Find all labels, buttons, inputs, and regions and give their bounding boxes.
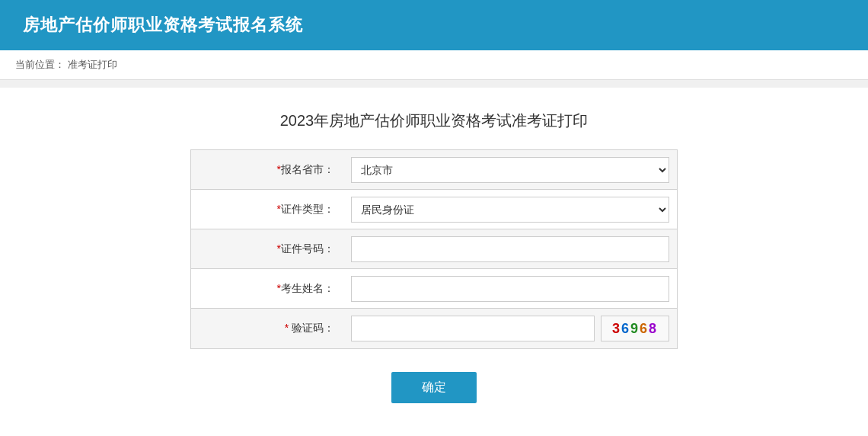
page-header: 房地产估价师职业资格考试报名系统 (0, 0, 868, 50)
header-title: 房地产估价师职业资格考试报名系统 (23, 15, 303, 34)
idnumber-label: *证件号码： (191, 242, 343, 256)
captcha-char-1: 3 (612, 321, 621, 337)
province-select[interactable]: 北京市 天津市 上海市 重庆市 河北省 (351, 157, 669, 183)
province-input-area: 北京市 天津市 上海市 重庆市 河北省 (343, 151, 677, 189)
captcha-char-3: 9 (630, 321, 640, 337)
submit-row: 确定 (15, 372, 853, 403)
captcha-label: * 验证码： (191, 322, 343, 335)
name-input-area (343, 270, 677, 308)
submit-button[interactable]: 确定 (391, 372, 477, 403)
idnumber-input[interactable] (351, 236, 669, 262)
form-row-idnumber: *证件号码： (191, 229, 677, 269)
province-label: *报名省市： (191, 163, 343, 177)
main-content: 2023年房地产估价师职业资格考试准考证打印 *报名省市： 北京市 天津市 上海… (0, 88, 868, 436)
breadcrumb-bar: 当前位置： 准考证打印 (0, 50, 868, 80)
captcha-char-5: 8 (649, 321, 658, 337)
breadcrumb-current: 准考证打印 (68, 59, 117, 70)
required-star-3: * (277, 242, 281, 255)
form-row-name: *考生姓名： (191, 269, 677, 309)
page-title: 2023年房地产估价师职业资格考试准考证打印 (15, 111, 853, 131)
captcha-image[interactable]: 36968 (601, 316, 669, 341)
idtype-select[interactable]: 居民身份证 护照 港澳通行证 台湾居民来往大陆通行证 (351, 197, 669, 223)
captcha-input[interactable] (351, 316, 595, 341)
required-star-4: * (277, 282, 281, 294)
form-row-captcha: * 验证码： 36968 (191, 309, 677, 348)
idtype-label: *证件类型： (191, 203, 343, 216)
required-star-2: * (277, 203, 281, 215)
breadcrumb-prefix: 当前位置： (15, 59, 65, 70)
captcha-wrapper: 36968 (351, 316, 669, 341)
name-label: *考生姓名： (191, 282, 343, 296)
name-input[interactable] (351, 276, 669, 302)
form-row-province: *报名省市： 北京市 天津市 上海市 重庆市 河北省 (191, 150, 677, 190)
form-row-idtype: *证件类型： 居民身份证 护照 港澳通行证 台湾居民来往大陆通行证 (191, 190, 677, 229)
idnumber-input-area (343, 230, 677, 268)
idtype-input-area: 居民身份证 护照 港澳通行证 台湾居民来往大陆通行证 (343, 191, 677, 229)
form-container: *报名省市： 北京市 天津市 上海市 重庆市 河北省 *证件类型： 居民身份证 (190, 149, 678, 349)
captcha-input-area: 36968 (343, 309, 677, 348)
captcha-char-2: 6 (621, 321, 630, 337)
captcha-char-4: 6 (640, 321, 649, 337)
required-star: * (277, 163, 281, 175)
required-star-5: * (285, 322, 292, 334)
